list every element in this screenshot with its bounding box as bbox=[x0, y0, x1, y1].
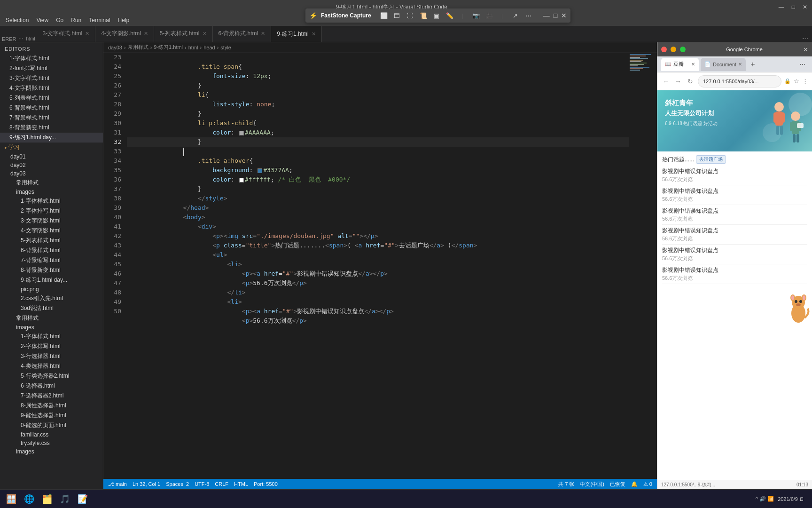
status-spaces[interactable]: Spaces: 2 bbox=[166, 481, 189, 487]
fullscreen-capture-btn[interactable]: ⛶ bbox=[405, 10, 415, 21]
browser-maximize-btn[interactable] bbox=[680, 47, 686, 52]
video-btn[interactable]: 🎥 bbox=[484, 10, 494, 21]
menu-go[interactable]: Go bbox=[52, 14, 67, 26]
status-port[interactable]: Port: 5500 bbox=[254, 481, 278, 487]
back-btn[interactable]: ← bbox=[661, 78, 671, 85]
sidebar-folder-xuexi[interactable]: 学习 bbox=[0, 143, 103, 152]
sidebar-sel-9[interactable]: 9-能性选择器.html bbox=[0, 411, 103, 421]
status-lang-mode[interactable]: 中文(中国) bbox=[580, 481, 604, 488]
tab-close-icon[interactable]: ✕ bbox=[85, 31, 89, 37]
sidebar-pic[interactable]: pic.png bbox=[0, 285, 103, 294]
taskbar-explorer[interactable]: 🗂️ bbox=[39, 492, 55, 507]
sidebar-sel-6[interactable]: 6-选择器.html bbox=[0, 381, 103, 391]
sidebar-folder-images[interactable]: images bbox=[0, 188, 103, 196]
sidebar-folder-day01[interactable]: day01 bbox=[0, 152, 103, 161]
sidebar-images3[interactable]: images bbox=[0, 447, 103, 456]
sidebar-changyong-5[interactable]: 5-列表样式.html bbox=[0, 236, 103, 246]
status-notifications[interactable]: 🔔 bbox=[631, 481, 638, 487]
sidebar-folder-changyong2[interactable]: 常用样式 bbox=[0, 313, 103, 323]
status-encoding[interactable]: UTF-8 bbox=[195, 481, 209, 487]
browser-tab-douban[interactable]: 📖 豆瓣 ✕ bbox=[661, 58, 699, 71]
sidebar-sel-1[interactable]: 1-字体样式.html bbox=[0, 332, 103, 341]
breadcrumb-changyong[interactable]: 常用样式 bbox=[128, 44, 148, 51]
menu-selection[interactable]: Selection bbox=[2, 14, 32, 26]
topic-title-5[interactable]: 影视剧中错误知识盘点 bbox=[662, 246, 807, 254]
more-tools-btn[interactable]: ⋯ bbox=[523, 10, 534, 21]
tab-close-icon[interactable]: ✕ bbox=[312, 31, 316, 37]
sidebar-sel-3[interactable]: 3-行选择器.html bbox=[0, 351, 103, 361]
sidebar-file-6[interactable]: 6-背景样式.html bbox=[0, 103, 103, 113]
sidebar-changyong-3[interactable]: 3-文字阴影.html bbox=[0, 216, 103, 226]
browser-settings-btn[interactable]: ⋮ bbox=[802, 78, 808, 85]
browser-tab-document-close[interactable]: ✕ bbox=[738, 62, 742, 67]
tab-sidebar-toggle[interactable]: ERER ⋯ html bbox=[0, 36, 37, 42]
sidebar-changyong-2[interactable]: 2-字体排写.html bbox=[0, 206, 103, 216]
browser-window-close-x[interactable]: ✕ bbox=[803, 46, 808, 53]
breadcrumb-style[interactable]: style bbox=[220, 45, 231, 50]
sidebar-sel-8[interactable]: 8-属性选择器.html bbox=[0, 401, 103, 411]
forward-btn[interactable]: → bbox=[673, 78, 683, 85]
topic-title-3[interactable]: 影视剧中错误知识盘点 bbox=[662, 207, 807, 215]
webcam-btn[interactable]: 📷 bbox=[471, 10, 481, 21]
taskbar-media[interactable]: 🎵 bbox=[57, 492, 72, 507]
sidebar-file-9[interactable]: 9-练习1.html day... bbox=[0, 133, 103, 143]
tab-3-wenzi[interactable]: 3-文字样式.html ✕ bbox=[37, 26, 95, 42]
sidebar-sel-0[interactable]: 0-能选的页面.html bbox=[0, 421, 103, 430]
tab-close-icon[interactable]: ✕ bbox=[261, 31, 265, 37]
status-branch[interactable]: ⎇ main bbox=[108, 481, 127, 487]
sidebar-file-2[interactable]: 2-font排写.html bbox=[0, 64, 103, 73]
status-language[interactable]: HTML bbox=[234, 481, 248, 487]
browser-tab-document[interactable]: 📄 Document ✕ bbox=[701, 58, 746, 71]
sidebar-changyong-9[interactable]: 9-练习1.html day... bbox=[0, 275, 103, 285]
topic-title-1[interactable]: 影视剧中错误知识盘点 bbox=[662, 167, 807, 175]
browser-minimize-btn[interactable] bbox=[671, 47, 676, 52]
arrow-btn[interactable]: ↗ bbox=[510, 10, 521, 21]
sidebar-file-3[interactable]: 3-文字样式.html bbox=[0, 73, 103, 83]
tab-6-beijing[interactable]: 6-背景样式.html ✕ bbox=[213, 26, 272, 42]
freehand-btn[interactable]: ✏️ bbox=[445, 10, 455, 21]
sidebar-changyong-8[interactable]: 8-背景新变.html bbox=[0, 265, 103, 275]
sidebar-changyong-6[interactable]: 6-背景样式.html bbox=[0, 246, 103, 255]
menu-help[interactable]: Help bbox=[114, 14, 133, 26]
sidebar-css1[interactable]: 2.css引入先.html bbox=[0, 294, 103, 303]
taskbar-browser[interactable]: 🌐 bbox=[22, 492, 37, 507]
tab-5-liebiao[interactable]: 5-列表样式.html ✕ bbox=[154, 26, 213, 42]
browser-tab-douban-close[interactable]: ✕ bbox=[691, 62, 695, 67]
fixed-region-btn[interactable]: ▣ bbox=[431, 10, 442, 21]
maximize-btn[interactable]: □ bbox=[792, 4, 795, 10]
sidebar-file-8[interactable]: 8-背景新变.html bbox=[0, 123, 103, 133]
tab-4-yingyin[interactable]: 4-文字阴影.html ✕ bbox=[95, 26, 154, 42]
ss-minimize-btn[interactable]: — bbox=[543, 12, 550, 19]
sidebar-file-5[interactable]: 5-列表样式.html bbox=[0, 93, 103, 103]
ss-maximize-btn[interactable]: □ bbox=[554, 12, 557, 19]
breadcrumb-head[interactable]: head bbox=[203, 45, 215, 50]
sidebar-sel-7[interactable]: 7-选择器器2.html bbox=[0, 391, 103, 401]
browser-more-tabs[interactable]: ⋯ bbox=[796, 61, 808, 68]
topic-title-4[interactable]: 影视剧中错误知识盘点 bbox=[662, 227, 807, 235]
sidebar-css2[interactable]: 3od说法.html bbox=[0, 303, 103, 313]
taskbar-vscode[interactable]: 📝 bbox=[75, 492, 90, 507]
sidebar-changyong-7[interactable]: 7-背景缩写.html bbox=[0, 255, 103, 265]
bookmark-btn[interactable]: ☆ bbox=[794, 78, 799, 85]
tab-close-icon[interactable]: ✕ bbox=[144, 31, 148, 37]
sidebar-file-1[interactable]: 1-字体样式.html bbox=[0, 54, 103, 64]
sidebar-folder-day02[interactable]: day02 bbox=[0, 161, 103, 169]
window-capture-btn[interactable]: 🗔 bbox=[392, 10, 402, 21]
sidebar-folder-changyong[interactable]: 常用样式 bbox=[0, 178, 103, 188]
code-content[interactable]: .title span{ font-size: 12px; } bbox=[127, 53, 629, 479]
status-line-col[interactable]: Ln 32, Col 1 bbox=[133, 481, 160, 487]
status-errors[interactable]: ⚠ 0 bbox=[643, 481, 652, 487]
sidebar-changyong-4[interactable]: 4-文字阴影.html bbox=[0, 226, 103, 236]
breadcrumb-file[interactable]: 9-练习1.html bbox=[154, 44, 183, 51]
tab-close-icon[interactable]: ✕ bbox=[203, 31, 207, 37]
close-btn[interactable]: ✕ bbox=[803, 4, 807, 10]
sidebar-file-4[interactable]: 4-文字阴影.html bbox=[0, 83, 103, 93]
sidebar-changyong-1[interactable]: 1-字体样式.html bbox=[0, 196, 103, 206]
status-line-ending[interactable]: CRLF bbox=[215, 481, 228, 487]
rect-capture-btn[interactable]: ⬜ bbox=[379, 10, 389, 21]
tab-9-practice[interactable]: 9-练习1.html ✕ bbox=[271, 26, 321, 42]
minimize-btn[interactable]: — bbox=[779, 4, 784, 10]
code-editor-content[interactable]: 23 24 25 26 27 28 29 30 31 32 33 34 35 3… bbox=[103, 53, 657, 479]
menu-terminal[interactable]: Terminal bbox=[85, 14, 114, 26]
refresh-btn[interactable]: ↻ bbox=[686, 78, 695, 85]
